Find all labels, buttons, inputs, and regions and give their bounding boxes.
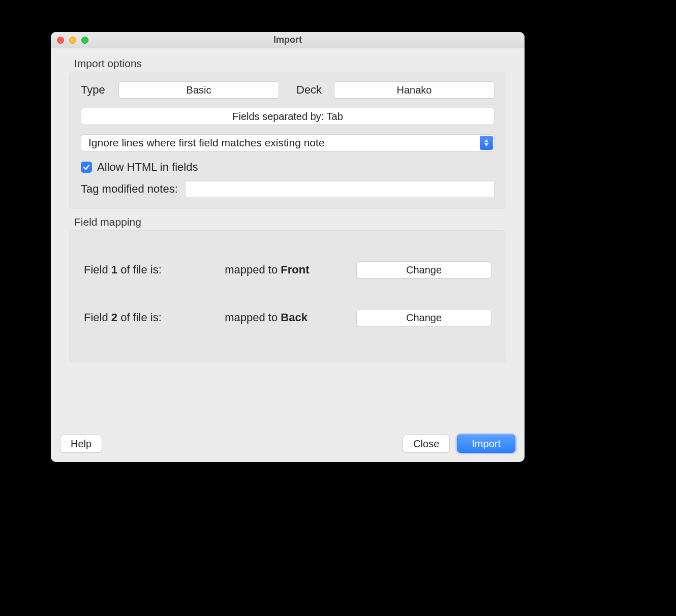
change-mapping-button[interactable]: Change [356, 261, 491, 279]
traffic-lights [57, 37, 88, 44]
field-source-label: Field 2 of file is: [84, 311, 225, 324]
deck-selector[interactable]: Hanako [334, 81, 495, 99]
close-window-button[interactable] [57, 37, 64, 44]
tag-modified-input[interactable] [185, 181, 495, 197]
content-area: Import options Type Basic Deck Hanako Fi… [51, 48, 525, 372]
updown-icon [480, 136, 493, 150]
change-mapping-button[interactable]: Change [356, 309, 491, 326]
duplicate-handling-select[interactable]: Ignore lines where first field matches e… [81, 134, 495, 151]
field-mapping-row: Field 1 of file is: mapped to Front Chan… [81, 246, 495, 294]
titlebar: Import [51, 32, 525, 48]
field-separator-button[interactable]: Fields separated by: Tab [81, 108, 495, 125]
note-type-selector[interactable]: Basic [118, 81, 279, 99]
note-type-value: Basic [187, 84, 211, 96]
window-title: Import [51, 35, 525, 45]
import-options-panel: Type Basic Deck Hanako Fields separated … [69, 72, 506, 209]
import-button[interactable]: Import [457, 435, 515, 453]
import-options-label: Import options [74, 57, 515, 70]
duplicate-handling-value: Ignore lines where first field matches e… [88, 137, 325, 149]
field-source-label: Field 1 of file is: [84, 263, 225, 276]
type-label: Type [81, 83, 111, 97]
minimize-window-button[interactable] [69, 37, 76, 44]
deck-label: Deck [296, 83, 327, 97]
allow-html-label: Allow HTML in fields [97, 161, 198, 174]
dialog-footer: Help Close Import [60, 435, 515, 453]
help-button[interactable]: Help [60, 435, 102, 453]
field-target-label: mapped to Back [225, 311, 355, 324]
import-window: Import Import options Type Basic Deck Ha… [51, 32, 525, 462]
close-button[interactable]: Close [403, 435, 450, 453]
allow-html-checkbox[interactable] [81, 162, 92, 173]
maximize-window-button[interactable] [81, 37, 88, 44]
tag-modified-label: Tag modified notes: [81, 182, 178, 196]
field-target-label: mapped to Front [225, 263, 355, 276]
field-mapping-panel: Field 1 of file is: mapped to Front Chan… [69, 230, 506, 362]
field-mapping-label: Field mapping [74, 216, 515, 228]
field-mapping-row: Field 2 of file is: mapped to Back Chang… [81, 294, 495, 342]
deck-value: Hanako [397, 84, 432, 96]
field-separator-label: Fields separated by: Tab [232, 111, 343, 122]
